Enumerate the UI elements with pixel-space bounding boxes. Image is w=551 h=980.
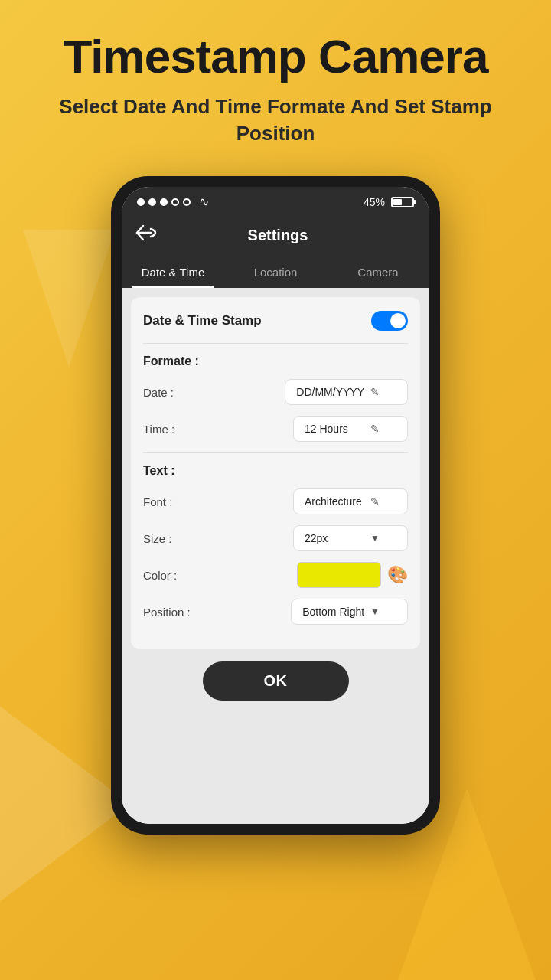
page-header: Timestamp Camera Select Date And Time Fo… <box>0 0 551 162</box>
wifi-icon: ∿ <box>199 194 209 209</box>
settings-card: Date & Time Stamp Formate : Date : DD/MM… <box>131 297 420 649</box>
phone-mockup: ∿ 45% Settings <box>111 176 440 835</box>
font-label: Font : <box>143 495 172 508</box>
size-select[interactable]: 22px ▼ <box>293 525 408 551</box>
phone-screen: ∿ 45% Settings <box>122 187 429 824</box>
stamp-toggle-row: Date & Time Stamp <box>143 311 408 331</box>
tab-date-time[interactable]: Date & Time <box>122 256 224 288</box>
date-row: Date : DD/MM/YYYY ✎ <box>143 379 408 405</box>
time-row: Time : 12 Hours ✎ <box>143 416 408 442</box>
status-right: 45% <box>364 196 414 208</box>
tabs: Date & Time Location Camera <box>122 256 429 288</box>
palette-icon[interactable]: 🎨 <box>387 565 408 585</box>
status-bar: ∿ 45% <box>122 187 429 214</box>
status-dots: ∿ <box>137 194 209 209</box>
divider-2 <box>143 452 408 453</box>
stamp-toggle-label: Date & Time Stamp <box>143 313 262 328</box>
dot-5 <box>183 198 191 206</box>
text-section-title: Text : <box>143 464 408 478</box>
ok-button-wrapper: OK <box>131 649 420 707</box>
back-button[interactable] <box>135 224 157 246</box>
font-select[interactable]: Architecture ✎ <box>293 488 408 514</box>
page-subtitle: Select Date And Time Formate And Set Sta… <box>23 93 528 147</box>
date-edit-icon: ✎ <box>370 386 380 398</box>
size-value: 22px <box>305 532 364 544</box>
time-label: Time : <box>143 423 174 436</box>
dot-3 <box>160 198 168 206</box>
app-bar-title: Settings <box>169 227 386 244</box>
time-value: 12 Hours <box>305 423 364 435</box>
size-row: Size : 22px ▼ <box>143 525 408 551</box>
position-row: Position : Bottom Right ▼ <box>143 599 408 625</box>
position-select[interactable]: Bottom Right ▼ <box>291 599 408 625</box>
dot-4 <box>171 198 179 206</box>
position-chevron-icon: ▼ <box>370 606 380 617</box>
page-title: Timestamp Camera <box>23 31 528 83</box>
battery-icon <box>391 197 414 207</box>
dot-1 <box>137 198 145 206</box>
format-section-title: Formate : <box>143 354 408 368</box>
font-row: Font : Architecture ✎ <box>143 488 408 514</box>
size-label: Size : <box>143 532 172 545</box>
position-value: Bottom Right <box>302 606 364 618</box>
content-area: Date & Time Stamp Formate : Date : DD/MM… <box>122 288 429 824</box>
size-chevron-icon: ▼ <box>370 533 380 544</box>
divider-1 <box>143 343 408 344</box>
app-bar: Settings <box>122 214 429 256</box>
time-edit-icon: ✎ <box>370 423 380 435</box>
color-row: Color : 🎨 <box>143 562 408 588</box>
color-controls: 🎨 <box>297 562 408 588</box>
battery-percent: 45% <box>364 196 385 208</box>
time-select[interactable]: 12 Hours ✎ <box>293 416 408 442</box>
color-label: Color : <box>143 569 177 582</box>
date-select[interactable]: DD/MM/YYYY ✎ <box>285 379 408 405</box>
position-label: Position : <box>143 606 191 619</box>
color-swatch[interactable] <box>297 562 381 588</box>
ok-button[interactable]: OK <box>203 662 349 701</box>
date-label: Date : <box>143 386 174 399</box>
font-value: Architecture <box>305 495 364 508</box>
stamp-toggle[interactable] <box>371 311 408 331</box>
battery-fill <box>393 199 402 205</box>
date-value: DD/MM/YYYY <box>296 386 364 398</box>
font-edit-icon: ✎ <box>370 495 380 508</box>
tab-location[interactable]: Location <box>224 256 327 288</box>
tab-camera[interactable]: Camera <box>327 256 429 288</box>
dot-2 <box>148 198 156 206</box>
